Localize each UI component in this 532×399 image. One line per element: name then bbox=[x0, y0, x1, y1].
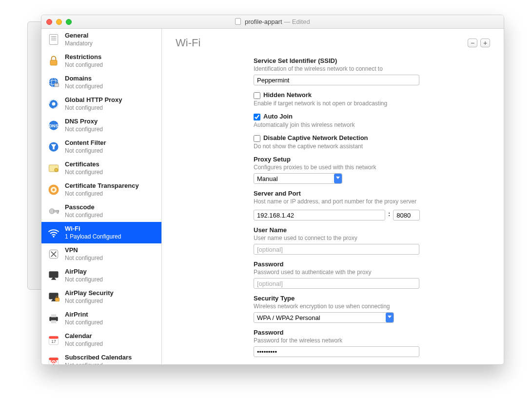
sidebar-item-sub: Not configured bbox=[65, 190, 139, 198]
autojoin-label: Auto Join bbox=[263, 113, 293, 120]
content-header: Wi-Fi − + bbox=[176, 37, 490, 49]
sidebar-item-sub: Not configured bbox=[65, 319, 103, 326]
calendar-icon: 17 bbox=[46, 333, 61, 347]
sidebar[interactable]: General Mandatory Restrictions Not confi… bbox=[41, 29, 162, 364]
svg-point-11 bbox=[52, 102, 56, 106]
username-label: User Name bbox=[254, 226, 490, 234]
sidebar-item-httpproxy[interactable]: Global HTTP Proxy Not configured bbox=[41, 93, 161, 115]
content-pane: Wi-Fi − + Service Set Identifier (SSID) … bbox=[162, 29, 504, 364]
sidebar-item-sub: Not configured bbox=[65, 126, 103, 133]
svg-rect-1 bbox=[51, 36, 57, 37]
sidebar-item-title: Restrictions bbox=[65, 53, 103, 61]
hidden-checkbox[interactable] bbox=[254, 92, 260, 99]
page-title: Wi-Fi bbox=[176, 37, 200, 49]
wifi-form: Service Set Identifier (SSID) Identifica… bbox=[254, 57, 490, 364]
contentfilter-icon bbox=[46, 140, 61, 154]
captive-section: Disable Captive Network Detection Do not… bbox=[254, 134, 490, 150]
sidebar-item-certtransparency[interactable]: Certificate Transparency Not configured bbox=[41, 179, 161, 200]
sidebar-item-airprint[interactable]: AirPrint Not configured bbox=[41, 308, 161, 329]
add-payload-button[interactable]: + bbox=[480, 39, 490, 47]
svg-text:17: 17 bbox=[51, 339, 56, 344]
svg-rect-29 bbox=[56, 298, 59, 301]
proxypassword-hint: Password used to authenticate with the p… bbox=[254, 269, 490, 276]
sidebar-item-title: Global HTTP Proxy bbox=[65, 96, 122, 104]
sidebar-item-subcalendar[interactable]: Subscribed Calendars Not configured bbox=[41, 351, 161, 364]
window-title: profile-appart — Edited bbox=[41, 18, 504, 25]
payload-buttons: − + bbox=[468, 39, 490, 47]
sidebar-item-calendar[interactable]: 17 Calendar Not configured bbox=[41, 329, 161, 351]
sidebar-item-title: Certificate Transparency bbox=[65, 182, 139, 190]
username-input[interactable] bbox=[254, 244, 419, 255]
sidebar-item-title: Subscribed Calendars bbox=[65, 354, 132, 361]
sidebar-item-restrictions[interactable]: Restrictions Not configured bbox=[41, 50, 161, 72]
svg-point-16 bbox=[55, 168, 58, 172]
sidebar-item-airplaysec[interactable]: AirPlay Security Not configured bbox=[41, 286, 161, 308]
port-input[interactable] bbox=[393, 210, 420, 220]
sidebar-item-sub: Not configured bbox=[65, 104, 122, 112]
ssid-label: Service Set Identifier (SSID) bbox=[254, 57, 490, 64]
sidebar-item-domains[interactable]: Domains Not configured bbox=[41, 72, 161, 93]
sidebar-item-sub: Not configured bbox=[65, 340, 103, 348]
sidebar-item-vpn[interactable]: VPN Not configured bbox=[41, 243, 161, 265]
serverport-hint: Host name or IP address, and port number… bbox=[254, 198, 490, 205]
username-section: User Name User name used to connect to t… bbox=[254, 226, 490, 255]
sidebar-item-title: Calendar bbox=[65, 332, 103, 340]
sidebar-item-passcode[interactable]: Passcode Not configured bbox=[41, 200, 161, 222]
sidebar-item-sub: 1 Payload Configured bbox=[65, 233, 121, 240]
captive-hint: Do not show the captive network assistan… bbox=[254, 143, 490, 150]
serverport-label: Server and Port bbox=[254, 190, 490, 197]
sidebar-item-airplay[interactable]: AirPlay Not configured bbox=[41, 265, 161, 286]
sidebar-item-sub: Not configured bbox=[65, 61, 103, 69]
window-body: General Mandatory Restrictions Not confi… bbox=[41, 29, 504, 364]
proxysetup-hint: Configures proxies to be used with this … bbox=[254, 164, 490, 171]
sidebar-item-sub: Not configured bbox=[65, 255, 103, 262]
sidebar-item-certificates[interactable]: Certificates Not configured bbox=[41, 158, 161, 179]
security-select[interactable]: WPA / WPA2 Personal bbox=[254, 312, 394, 323]
sidebar-item-title: Passcode bbox=[65, 203, 103, 211]
sidebar-item-contentfilter[interactable]: Content Filter Not configured bbox=[41, 136, 161, 158]
wifipassword-hint: Password for the wireless network bbox=[254, 337, 490, 344]
sidebar-item-title: Content Filter bbox=[65, 139, 106, 147]
airprint-icon bbox=[46, 311, 61, 326]
sidebar-item-dnsproxy[interactable]: DNS DNS Proxy Not configured bbox=[41, 115, 161, 136]
certificates-icon bbox=[46, 161, 61, 176]
ssid-hint: Identification of the wireless network t… bbox=[254, 65, 490, 72]
sidebar-item-sub: Not configured bbox=[65, 147, 106, 155]
wifipassword-input[interactable] bbox=[254, 346, 419, 357]
proxysetup-select[interactable]: Manual bbox=[254, 173, 342, 184]
hidden-label: Hidden Network bbox=[263, 91, 312, 99]
proxypassword-input[interactable] bbox=[254, 278, 419, 289]
sidebar-item-sub: Not configured bbox=[65, 298, 114, 305]
autojoin-checkbox[interactable] bbox=[254, 114, 260, 120]
security-label: Security Type bbox=[254, 295, 490, 302]
networktype-label: Network Type bbox=[254, 363, 490, 364]
sidebar-item-sub: Not configured bbox=[65, 83, 103, 90]
wifipassword-section: Password Password for the wireless netwo… bbox=[254, 329, 490, 357]
svg-text:DNS: DNS bbox=[49, 123, 59, 128]
sidebar-item-wifi[interactable]: Wi-Fi 1 Payload Configured bbox=[41, 222, 161, 243]
sidebar-item-general[interactable]: General Mandatory bbox=[41, 29, 161, 50]
subcalendar-icon bbox=[46, 354, 61, 364]
sidebar-item-sub: Not configured bbox=[65, 169, 103, 176]
proxypassword-section: Password Password used to authenticate w… bbox=[254, 260, 490, 289]
general-icon bbox=[46, 32, 61, 47]
username-hint: User name used to connect to the proxy bbox=[254, 235, 490, 241]
titlebar: profile-appart — Edited bbox=[41, 15, 504, 29]
sidebar-item-title: Wi-Fi bbox=[65, 225, 121, 233]
wifi-icon bbox=[46, 225, 61, 240]
remove-payload-button[interactable]: − bbox=[468, 39, 477, 47]
wifipassword-label: Password bbox=[254, 329, 490, 336]
ssid-input[interactable] bbox=[254, 75, 419, 85]
svg-point-19 bbox=[52, 188, 55, 191]
proxysetup-section: Proxy Setup Configures proxies to be use… bbox=[254, 156, 490, 184]
sidebar-item-title: VPN bbox=[65, 246, 103, 254]
sidebar-item-sub: Not configured bbox=[65, 276, 103, 283]
server-input[interactable] bbox=[254, 210, 385, 220]
svg-rect-32 bbox=[51, 320, 57, 323]
airplaysec-icon bbox=[46, 290, 61, 304]
hidden-hint: Enable if target network is not open or … bbox=[254, 100, 490, 107]
captive-checkbox[interactable] bbox=[254, 135, 260, 142]
hidden-section: Hidden Network Enable if target network … bbox=[254, 91, 490, 107]
svg-point-23 bbox=[53, 236, 55, 238]
edited-label: — Edited bbox=[284, 18, 310, 25]
